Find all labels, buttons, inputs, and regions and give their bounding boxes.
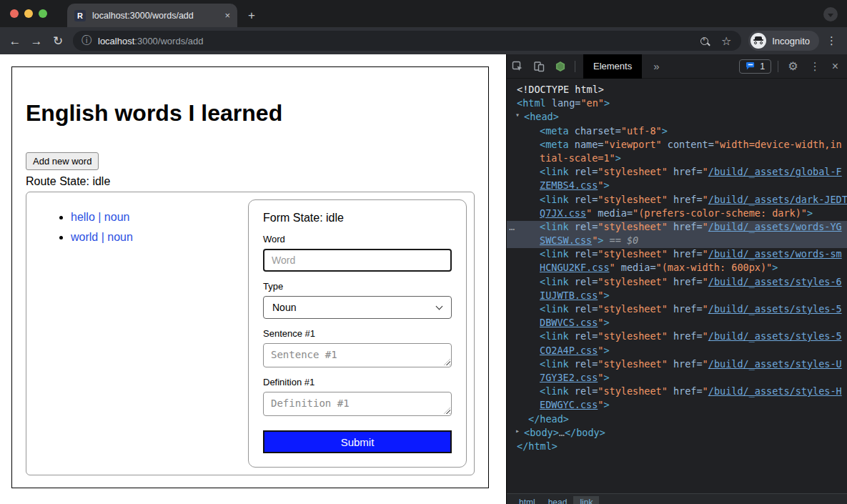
devtools-code-line[interactable]: <meta name="viewport" content="width=dev…: [507, 139, 847, 152]
devtools-code-line[interactable]: Q7JX.css" media="(prefers-color-scheme: …: [507, 207, 847, 221]
tab-search-button[interactable]: [823, 7, 838, 21]
breadcrumb-item[interactable]: head: [542, 496, 574, 504]
type-select-value: Noun: [272, 302, 296, 313]
tab-close-icon[interactable]: ×: [224, 10, 230, 21]
devtools-toolbar: Elements » 1 ⚙ ⋮ ×: [507, 54, 847, 79]
type-select[interactable]: Noun: [263, 296, 452, 319]
devtools-code-line[interactable]: <!DOCTYPE html>: [507, 84, 847, 97]
devtools-code-line[interactable]: <link rel="stylesheet" href="/build/_ass…: [507, 358, 847, 372]
url-text: localhost:3000/words/add: [98, 36, 700, 46]
route-state-text: Route State: idle: [26, 175, 475, 188]
devtools-close-icon[interactable]: ×: [832, 60, 838, 73]
settings-gear-icon[interactable]: ⚙: [788, 59, 798, 73]
devtools-code-line[interactable]: </head>: [507, 413, 847, 427]
green-hexagon-extension-icon[interactable]: [555, 61, 566, 72]
devtools-code-line[interactable]: <html lang="en">: [507, 97, 847, 111]
devtools-code-line[interactable]: <link rel="stylesheet" href="/build/_ass…: [507, 303, 847, 317]
new-tab-button[interactable]: +: [248, 9, 255, 21]
devtools-code-line[interactable]: EDWGYC.css">: [507, 399, 847, 412]
browser-tab[interactable]: R localhost:3000/words/add ×: [67, 4, 237, 27]
words-panel: hello | nounworld | noun Form State: idl…: [26, 192, 475, 475]
devtools-code-line[interactable]: CO2A4P.css">: [507, 345, 847, 358]
close-window-button[interactable]: [10, 9, 19, 18]
devtools-code-line[interactable]: SWCSW.css"> == $0: [507, 234, 847, 248]
tab-title: localhost:3000/words/add: [92, 11, 220, 21]
window-controls: [10, 9, 47, 18]
devtools-menu-icon[interactable]: ⋮: [810, 60, 821, 73]
devtools-code-line[interactable]: ZEMBS4.css">: [507, 179, 847, 193]
tab-elements[interactable]: Elements: [583, 54, 642, 79]
browser-toolbar: ← → ↻ ⓘ localhost:3000/words/add ☆ Incog…: [0, 27, 847, 54]
word-label: Word: [263, 234, 452, 244]
devtools-code-line[interactable]: IUJWTB.css">: [507, 290, 847, 303]
devtools-code-line[interactable]: …<link rel="stylesheet" href="/build/_as…: [507, 221, 847, 234]
sentence-label: Sentence #1: [263, 328, 452, 339]
divider: [778, 61, 778, 72]
maximize-window-button[interactable]: [39, 9, 47, 18]
zoom-level-icon[interactable]: [700, 37, 708, 45]
word-link[interactable]: hello | noun: [71, 211, 129, 223]
devtools-code-line[interactable]: </html>: [507, 440, 847, 454]
sentence-textarea[interactable]: [263, 343, 452, 367]
type-label: Type: [263, 281, 452, 292]
incognito-icon: [751, 33, 766, 49]
forward-button[interactable]: →: [26, 35, 47, 47]
minimize-window-button[interactable]: [24, 9, 33, 18]
devtools-code-line[interactable]: <link rel="stylesheet" href="/build/_ass…: [507, 194, 847, 207]
incognito-label: Incognito: [772, 36, 810, 46]
devtools-code-line[interactable]: HCNGU2KF.css" media="(max-width: 600px)"…: [507, 262, 847, 275]
breadcrumb-item[interactable]: link: [573, 496, 599, 504]
form-state-text: Form State: idle: [263, 212, 452, 224]
issues-counter[interactable]: 1: [739, 59, 771, 74]
disclosure-triangle-icon[interactable]: ▾: [515, 111, 520, 119]
devtools-code-line[interactable]: tial-scale=1">: [507, 152, 847, 166]
devtools-code-line[interactable]: DBWVCS.css">: [507, 317, 847, 330]
devtools-code-line[interactable]: <link rel="stylesheet" href="/build/_ass…: [507, 330, 847, 344]
add-word-form: Form State: idle Word Type Noun Sentence…: [248, 199, 467, 468]
device-toolbar-icon[interactable]: [533, 61, 545, 72]
breadcrumb-item[interactable]: html: [512, 496, 542, 504]
devtools-panel: Elements » 1 ⚙ ⋮ × <!DOCTYPE html><html …: [506, 54, 847, 504]
add-new-word-button[interactable]: Add new word: [26, 152, 99, 170]
reload-button[interactable]: ↻: [47, 35, 69, 47]
inspect-element-icon[interactable]: [512, 61, 523, 72]
site-info-icon[interactable]: ⓘ: [81, 34, 91, 47]
elements-tree: <!DOCTYPE html><html lang="en">▾<head><m…: [507, 79, 847, 493]
tab-strip: R localhost:3000/words/add × +: [0, 0, 847, 27]
submit-button[interactable]: Submit: [263, 430, 452, 453]
selected-line-gutter-icon: …: [509, 221, 515, 232]
web-page: English words I learned Add new word Rou…: [0, 54, 506, 504]
page-title: English words I learned: [26, 100, 475, 127]
devtools-code-line[interactable]: <link rel="stylesheet" href="/build/_ass…: [507, 166, 847, 179]
devtools-code-line[interactable]: <meta charset="utf-8">: [507, 125, 847, 139]
definition-textarea[interactable]: [263, 392, 452, 416]
browser-menu-icon[interactable]: ⋮: [826, 34, 837, 47]
word-input[interactable]: [263, 249, 452, 272]
bookmark-star-icon[interactable]: ☆: [721, 34, 731, 48]
chevron-down-icon: [828, 14, 833, 17]
page-container: English words I learned Add new word Rou…: [11, 66, 489, 488]
definition-label: Definition #1: [263, 377, 452, 387]
devtools-code-line[interactable]: ▸<body>…</body>: [507, 427, 847, 440]
chevron-down-icon: [436, 303, 443, 310]
issues-count: 1: [760, 61, 765, 71]
url-bar[interactable]: ⓘ localhost:3000/words/add ☆: [73, 31, 741, 51]
browser-window: R localhost:3000/words/add × + ← → ↻ ⓘ l…: [0, 0, 847, 504]
devtools-code-line[interactable]: ▾<head>: [507, 111, 847, 124]
divider: [575, 61, 575, 72]
devtools-code-line[interactable]: <link rel="stylesheet" href="/build/_ass…: [507, 385, 847, 399]
devtools-code-line[interactable]: <link rel="stylesheet" href="/build/_ass…: [507, 248, 847, 262]
more-tabs-icon[interactable]: »: [653, 60, 659, 72]
devtools-code-line[interactable]: <link rel="stylesheet" href="/build/_ass…: [507, 276, 847, 290]
remix-favicon-icon: R: [74, 10, 86, 21]
devtools-breadcrumb-bar: htmlheadlink: [507, 493, 847, 504]
back-button[interactable]: ←: [4, 35, 26, 47]
issue-bubble-icon: [746, 61, 756, 71]
devtools-code-line[interactable]: 7GY3E2.css">: [507, 372, 847, 385]
disclosure-triangle-icon[interactable]: ▸: [515, 427, 520, 435]
word-link[interactable]: world | noun: [71, 231, 133, 243]
incognito-badge: Incognito: [748, 31, 819, 51]
